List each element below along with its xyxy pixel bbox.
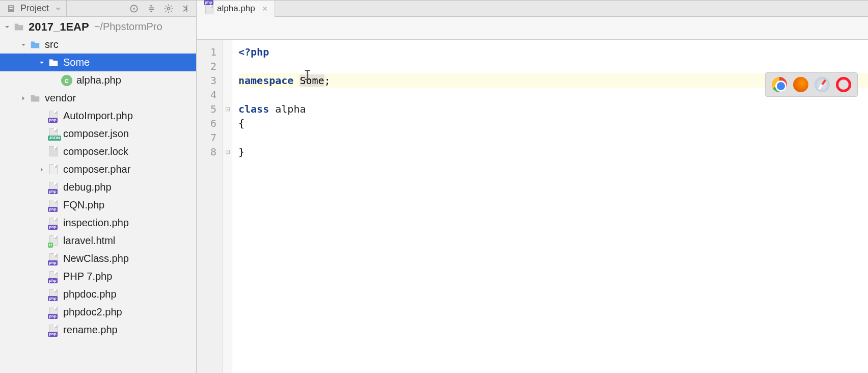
- collapse-all-icon[interactable]: [146, 4, 156, 14]
- chrome-icon[interactable]: [772, 77, 787, 92]
- tree-item-label: src: [45, 39, 59, 50]
- expand-arrow-icon[interactable]: [38, 59, 46, 67]
- folder-icon: [30, 93, 41, 104]
- breadcrumb-bar: [197, 17, 868, 40]
- tree-folder-src[interactable]: src: [0, 36, 196, 54]
- tree-item-label: AutoImport.php: [63, 110, 133, 122]
- tree-item-label: vendor: [45, 92, 76, 104]
- tree-item-label: PHP 7.php: [63, 271, 112, 282]
- code-token: class: [238, 103, 269, 115]
- tree-file[interactable]: phpPHP 7.php: [0, 268, 196, 285]
- tree-item-label: debug.php: [63, 181, 112, 193]
- tab-label: alpha.php: [217, 4, 255, 14]
- tree-item-label: laravel.html: [63, 235, 115, 247]
- tree-file[interactable]: JSONcomposer.json: [0, 125, 196, 143]
- php-file-icon: php: [48, 253, 59, 264]
- opera-icon[interactable]: [836, 77, 851, 92]
- tree-item-label: NewClass.php: [63, 253, 129, 264]
- svg-point-4: [133, 8, 134, 9]
- class-file-icon: c: [61, 75, 72, 86]
- tree-folder-vendor[interactable]: vendor: [0, 89, 196, 107]
- fold-column: ⊟ ⊟: [223, 40, 232, 373]
- code-token: }: [238, 146, 245, 158]
- tree-item-label: phpdoc2.php: [63, 306, 122, 318]
- root-path: ~/PhpstormPro: [94, 21, 162, 33]
- tree-root[interactable]: 2017_1EAP ~/PhpstormPro: [0, 18, 196, 36]
- tree-file[interactable]: phpinspection.php: [0, 214, 196, 232]
- tree-file[interactable]: phprename.php: [0, 321, 196, 339]
- tree-file[interactable]: Hlaravel.html: [0, 232, 196, 250]
- locate-icon[interactable]: [129, 4, 139, 14]
- chevron-down-icon: [53, 4, 63, 14]
- project-label: Project: [20, 3, 49, 14]
- browser-preview-bar: [765, 72, 858, 97]
- fold-start-icon[interactable]: ⊟: [223, 102, 232, 116]
- tree-item-label: phpdoc.php: [63, 288, 117, 300]
- code-token: ;: [324, 74, 331, 87]
- php-file-icon: php: [204, 4, 213, 13]
- expand-arrow-icon[interactable]: [38, 166, 46, 174]
- code-token: namespace: [238, 74, 293, 87]
- tree-file[interactable]: phpAutoImport.php: [0, 107, 196, 125]
- hide-icon[interactable]: [181, 4, 191, 14]
- tree-item-label: FQN.php: [63, 199, 104, 211]
- php-file-icon: php: [48, 325, 59, 336]
- expand-arrow-icon[interactable]: [19, 41, 28, 49]
- tree-file[interactable]: composer.lock: [0, 143, 196, 161]
- tree-item-label: composer.json: [63, 128, 129, 140]
- folder-icon: [48, 57, 59, 68]
- tree-file[interactable]: phpFQN.php: [0, 196, 196, 214]
- project-view-selector[interactable]: Project: [3, 1, 67, 17]
- php-file-icon: php: [48, 200, 59, 211]
- tree-item-label: composer.lock: [63, 146, 128, 157]
- tree-item-label: alpha.php: [76, 74, 121, 86]
- tree-file[interactable]: composer.phar: [0, 161, 196, 178]
- project-tree[interactable]: 2017_1EAP ~/PhpstormPro src Some c alpha…: [0, 17, 196, 373]
- expand-arrow-icon[interactable]: [3, 23, 11, 31]
- php-file-icon: php: [48, 111, 59, 122]
- tree-file[interactable]: phpdebug.php: [0, 178, 196, 196]
- line-number: 2: [197, 59, 216, 73]
- php-file-icon: php: [48, 271, 59, 282]
- code-token: alpha: [275, 103, 306, 115]
- line-number-gutter: 1 2 3 4 5 6 7 8: [197, 40, 223, 373]
- code-editor[interactable]: 1 2 3 4 5 6 7 8 ⊟ ⊟ <?php namespace Some…: [197, 40, 868, 373]
- php-file-icon: php: [48, 307, 59, 318]
- tree-file[interactable]: phpphpdoc.php: [0, 285, 196, 303]
- tree-file-alpha[interactable]: c alpha.php: [0, 71, 196, 89]
- gear-icon[interactable]: [164, 4, 174, 14]
- line-number: 1: [197, 45, 216, 59]
- line-number: 5: [197, 102, 216, 116]
- tree-file[interactable]: phpNewClass.php: [0, 250, 196, 268]
- tree-folder-some[interactable]: Some: [0, 54, 196, 71]
- php-file-icon: php: [48, 289, 59, 300]
- source-folder-icon: [30, 39, 41, 50]
- editor-tabs: php alpha.php ×: [197, 1, 868, 17]
- fold-end-icon[interactable]: ⊟: [223, 145, 232, 159]
- php-file-icon: php: [48, 182, 59, 193]
- line-number: 4: [197, 88, 216, 102]
- project-icon: [6, 4, 16, 14]
- php-file-icon: php: [48, 218, 59, 229]
- text-cursor-icon: 𝙸: [304, 68, 312, 83]
- project-sidebar: Project 2017_1EAP ~/PhpstormPro: [0, 1, 197, 373]
- tree-file[interactable]: phpphpdoc2.php: [0, 303, 196, 321]
- root-name: 2017_1EAP: [29, 20, 89, 34]
- lock-file-icon: [48, 146, 59, 157]
- project-tool-header: Project: [0, 1, 196, 17]
- archive-file-icon: [48, 164, 59, 175]
- tab-alpha-php[interactable]: php alpha.php ×: [197, 1, 275, 17]
- svg-point-5: [168, 7, 170, 10]
- line-number: 6: [197, 116, 216, 130]
- tree-item-label: inspection.php: [63, 217, 129, 229]
- html-file-icon: H: [48, 235, 59, 247]
- tree-item-label: composer.phar: [63, 164, 130, 175]
- json-file-icon: JSON: [48, 128, 59, 140]
- close-tab-icon[interactable]: ×: [262, 4, 268, 14]
- line-number: 7: [197, 130, 216, 145]
- tree-item-label: Some: [63, 57, 90, 68]
- expand-arrow-icon[interactable]: [19, 94, 28, 102]
- safari-icon[interactable]: [815, 77, 830, 92]
- firefox-icon[interactable]: [793, 77, 808, 92]
- line-number: 3: [197, 73, 216, 88]
